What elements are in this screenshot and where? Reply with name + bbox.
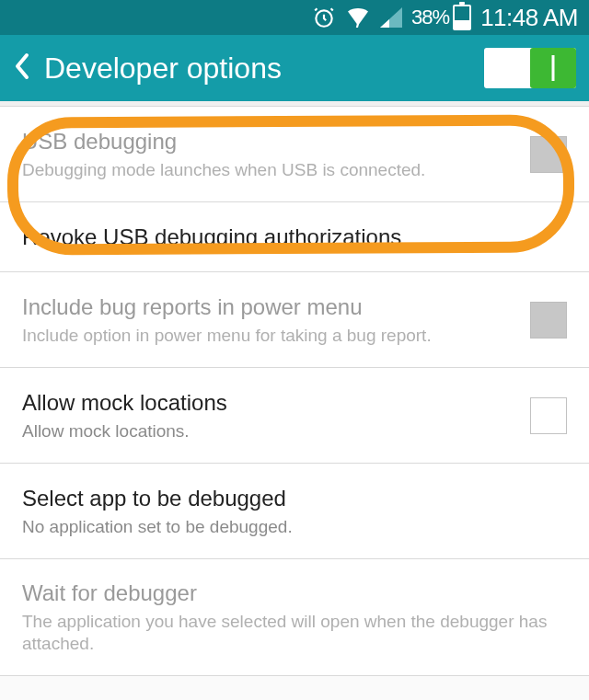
status-clock: 11:48 AM [480,4,578,32]
row-usb-debugging[interactable]: USB debugging Debugging mode launches wh… [0,107,589,202]
battery-percentage: 38% [411,6,449,29]
row-bug-reports[interactable]: Include bug reports in power menu Includ… [0,272,589,368]
toggle-knob-on [530,48,576,88]
row-subtitle: The application you have selected will o… [22,611,567,655]
alarm-icon [312,6,336,29]
status-bar: 38% 11:48 AM [0,0,589,35]
row-subtitle: Debugging mode launches when USB is conn… [22,159,515,181]
row-select-debug-app[interactable]: Select app to be debugged No application… [0,464,589,559]
status-icons: 38% 11:48 AM [312,4,578,32]
wifi-icon [345,7,371,28]
row-subtitle: Allow mock locations. [22,420,515,442]
developer-options-toggle[interactable] [484,48,576,88]
row-title: Select app to be debugged [22,485,567,512]
row-subtitle: No application set to be debugged. [22,516,567,538]
row-title: Wait for debugger [22,580,567,607]
action-bar: Developer options [0,35,589,101]
row-title: Revoke USB debugging authorizations [22,224,567,251]
signal-icon [380,7,402,28]
row-title: Allow mock locations [22,389,515,417]
back-button[interactable] [13,52,31,85]
row-revoke-authorizations[interactable]: Revoke USB debugging authorizations [0,202,589,272]
row-title: USB debugging [22,128,515,155]
battery-status: 38% [411,5,471,30]
row-title: Include bug reports in power menu [22,293,515,321]
row-mock-locations[interactable]: Allow mock locations Allow mock location… [0,368,589,464]
settings-list: USB debugging Debugging mode launches wh… [0,107,589,676]
mock-locations-checkbox[interactable] [530,397,567,434]
battery-icon [453,5,471,30]
usb-debugging-checkbox[interactable] [530,136,567,173]
row-wait-for-debugger[interactable]: Wait for debugger The application you ha… [0,559,589,676]
row-subtitle: Include option in power menu for taking … [22,325,515,347]
bug-reports-checkbox[interactable] [530,302,567,339]
page-title: Developer options [44,52,471,86]
